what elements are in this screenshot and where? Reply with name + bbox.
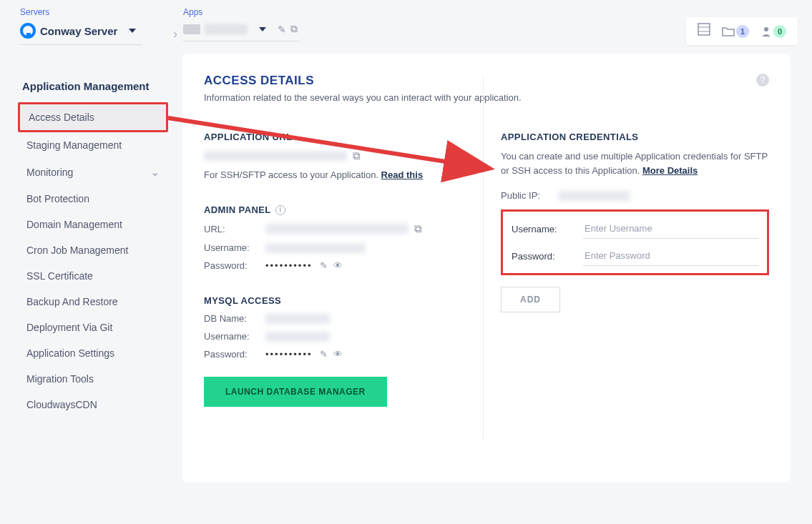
sidebar-item-label: Domain Management bbox=[26, 219, 122, 230]
admin-panel-section: ADMIN PANEL i URL: ⧉ Username: Password: bbox=[204, 204, 472, 271]
grid-icon[interactable] bbox=[698, 23, 710, 39]
cred-password-label: Password: bbox=[512, 251, 583, 262]
read-this-link[interactable]: Read this bbox=[381, 169, 424, 180]
sidebar-heading: Application Management bbox=[22, 80, 168, 92]
sidebar-item-backup-and-restore[interactable]: Backup And Restore bbox=[18, 289, 168, 315]
panel-header: ACCESS DETAILS Information related to th… bbox=[204, 74, 769, 103]
admin-url-label: URL: bbox=[204, 224, 265, 234]
sidebar-item-application-settings[interactable]: Application Settings bbox=[18, 340, 168, 366]
admin-username-value-redacted bbox=[265, 243, 366, 253]
sidebar-item-label: Deployment Via Git bbox=[26, 322, 112, 333]
sidebar-item-label: Monitoring bbox=[26, 167, 73, 178]
help-icon[interactable]: ? bbox=[756, 74, 769, 86]
sidebar-item-label: Staging Management bbox=[26, 139, 122, 151]
projects-badge: 1 bbox=[736, 25, 749, 38]
main-layout: Application Management Access Details St… bbox=[0, 51, 812, 483]
server-name: Conway Server bbox=[40, 25, 117, 37]
server-selector[interactable]: Conway Server bbox=[20, 20, 142, 45]
mysql-heading: MYSQL ACCESS bbox=[204, 295, 472, 306]
app-icon bbox=[183, 24, 200, 34]
sidebar-item-domain-management[interactable]: Domain Management bbox=[18, 212, 168, 237]
open-external-icon[interactable]: ⧉ bbox=[414, 222, 422, 235]
column-divider bbox=[483, 75, 484, 440]
caret-down-icon bbox=[129, 29, 136, 33]
sidebar-item-cron-job-management[interactable]: Cron Job Management bbox=[18, 237, 168, 263]
sidebar-item-label: CloudwaysCDN bbox=[26, 399, 97, 410]
user-badge: 0 bbox=[773, 25, 786, 38]
admin-url-value-redacted bbox=[265, 224, 409, 234]
more-details-link[interactable]: More Details bbox=[642, 165, 698, 176]
right-column: APPLICATION CREDENTIALS You can create a… bbox=[501, 132, 769, 407]
sidebar-item-label: SSL Certificate bbox=[26, 270, 93, 282]
sidebar-item-label: Application Settings bbox=[26, 347, 114, 359]
application-url-section: APPLICATION URL ⧉ For SSH/SFTP access to… bbox=[204, 132, 472, 180]
admin-panel-heading: ADMIN PANEL i bbox=[204, 204, 472, 215]
servers-label: Servers bbox=[20, 7, 142, 17]
edit-icon[interactable]: ✎ bbox=[320, 349, 328, 360]
projects-icon[interactable]: 1 bbox=[722, 25, 749, 38]
application-url-value-redacted bbox=[204, 151, 347, 161]
application-credentials-heading: APPLICATION CREDENTIALS bbox=[501, 132, 769, 142]
servers-breadcrumb: Servers Conway Server bbox=[20, 7, 142, 45]
open-external-icon[interactable]: ⧉ bbox=[353, 149, 361, 162]
username-input[interactable] bbox=[583, 219, 758, 239]
chevron-right-icon: › bbox=[173, 26, 177, 41]
admin-password-dots: •••••••••• bbox=[265, 260, 313, 271]
app-selector[interactable]: ✎ ⧉ bbox=[183, 20, 300, 41]
eye-icon[interactable]: 👁 bbox=[333, 349, 343, 360]
sidebar-item-label: Bot Protection bbox=[26, 193, 89, 204]
digitalocean-icon bbox=[20, 23, 36, 39]
apps-breadcrumb: Apps ✎ ⧉ bbox=[183, 7, 300, 41]
sidebar: Application Management Access Details St… bbox=[18, 51, 168, 483]
open-external-icon[interactable]: ⧉ bbox=[290, 23, 298, 35]
cred-username-label: Username: bbox=[512, 224, 583, 234]
admin-username-label: Username: bbox=[204, 242, 265, 253]
app-name-redacted bbox=[205, 24, 248, 34]
info-icon[interactable]: i bbox=[275, 205, 285, 215]
mysql-username-label: Username: bbox=[204, 331, 265, 342]
edit-icon[interactable]: ✎ bbox=[278, 24, 286, 35]
ssh-hint: For SSH/SFTP access to your Application.… bbox=[204, 169, 472, 180]
details-columns: APPLICATION URL ⧉ For SSH/SFTP access to… bbox=[204, 132, 769, 407]
mysql-password-label: Password: bbox=[204, 349, 265, 360]
sidebar-item-staging-management[interactable]: Staging Management bbox=[18, 132, 168, 158]
sidebar-item-access-details[interactable]: Access Details bbox=[18, 102, 168, 132]
sidebar-item-label: Migration Tools bbox=[26, 373, 94, 385]
svg-rect-0 bbox=[698, 24, 710, 35]
sidebar-item-label: Cron Job Management bbox=[26, 244, 128, 256]
mysql-dbname-value-redacted bbox=[265, 314, 330, 324]
topbar: Servers Conway Server › Apps ✎ ⧉ 1 0 bbox=[0, 0, 812, 51]
topbar-actions: 1 0 bbox=[686, 17, 798, 45]
apps-label: Apps bbox=[183, 7, 300, 17]
user-icon[interactable]: 0 bbox=[760, 25, 786, 38]
eye-icon[interactable]: 👁 bbox=[333, 260, 343, 271]
mysql-password-dots: •••••••••• bbox=[265, 349, 313, 360]
credentials-form: Username: Password: bbox=[501, 209, 769, 275]
credentials-description: You can create and use multiple Applicat… bbox=[501, 149, 769, 177]
add-button[interactable]: ADD bbox=[501, 287, 560, 312]
panel-subtitle: Information related to the several ways … bbox=[204, 92, 522, 103]
public-ip-label: Public IP: bbox=[501, 190, 558, 201]
sidebar-item-migration-tools[interactable]: Migration Tools bbox=[18, 366, 168, 392]
mysql-access-section: MYSQL ACCESS DB Name: Username: Password… bbox=[204, 295, 472, 407]
edit-icon[interactable]: ✎ bbox=[320, 260, 328, 271]
mysql-dbname-label: DB Name: bbox=[204, 313, 265, 324]
sidebar-item-monitoring[interactable]: Monitoring ⌄ bbox=[18, 158, 168, 186]
chevron-down-icon: ⌄ bbox=[150, 165, 160, 179]
main-panel: ACCESS DETAILS Information related to th… bbox=[182, 54, 791, 483]
sidebar-item-bot-protection[interactable]: Bot Protection bbox=[18, 186, 168, 212]
caret-down-icon bbox=[259, 27, 266, 31]
svg-point-3 bbox=[764, 27, 768, 31]
left-column: APPLICATION URL ⧉ For SSH/SFTP access to… bbox=[204, 132, 472, 407]
sidebar-item-cloudwayscdn[interactable]: CloudwaysCDN bbox=[18, 392, 168, 417]
sidebar-item-label: Access Details bbox=[29, 112, 94, 123]
mysql-username-value-redacted bbox=[265, 332, 330, 342]
sidebar-item-ssl-certificate[interactable]: SSL Certificate bbox=[18, 263, 168, 289]
admin-password-label: Password: bbox=[204, 260, 265, 271]
launch-database-manager-button[interactable]: LAUNCH DATABASE MANAGER bbox=[204, 377, 387, 407]
sidebar-item-label: Backup And Restore bbox=[26, 296, 118, 307]
panel-title: ACCESS DETAILS bbox=[204, 74, 522, 88]
password-input[interactable] bbox=[583, 246, 758, 266]
public-ip-value-redacted bbox=[558, 191, 630, 201]
sidebar-item-deployment-via-git[interactable]: Deployment Via Git bbox=[18, 315, 168, 340]
